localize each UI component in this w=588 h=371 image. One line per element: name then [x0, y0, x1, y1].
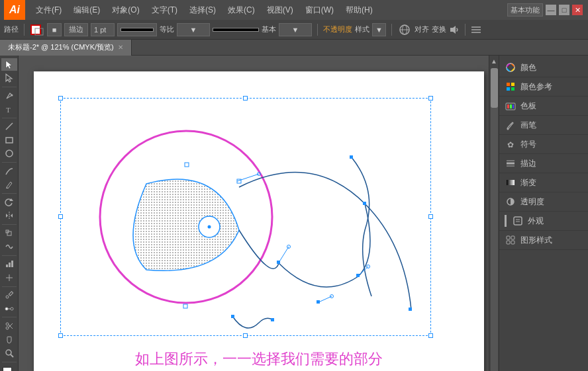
panel-color-ref[interactable]: 颜色参考: [499, 77, 588, 97]
svg-rect-67: [507, 104, 509, 108]
brush-tool[interactable]: [1, 165, 17, 177]
panel-symbol[interactable]: ✿ 符号: [499, 135, 588, 154]
svg-rect-82: [507, 241, 510, 244]
panel-color-label: 颜色: [520, 62, 536, 73]
scroll-thumb[interactable]: [491, 68, 498, 108]
tool-separator2: [2, 118, 17, 118]
direct-select-tool[interactable]: [1, 71, 17, 84]
type-tool[interactable]: T: [1, 103, 17, 115]
rotate-tool[interactable]: [1, 196, 17, 208]
panel-graphic-style[interactable]: 图形样式: [499, 231, 588, 250]
panel-gradient[interactable]: 渐变: [499, 173, 588, 192]
svg-point-26: [6, 296, 9, 298]
options-icon[interactable]: [471, 24, 481, 35]
svg-point-34: [6, 350, 11, 355]
svg-rect-77: [514, 217, 522, 225]
toolbar-sep4: [465, 24, 466, 36]
rect-tool[interactable]: [1, 134, 17, 146]
menu-view[interactable]: 视图(V): [262, 2, 299, 19]
tool-separator: [2, 87, 17, 87]
style-select[interactable]: ▼: [372, 23, 386, 36]
svg-rect-25: [9, 292, 13, 296]
menu-help[interactable]: 帮助(H): [340, 2, 378, 19]
ellipse-tool[interactable]: [1, 147, 17, 160]
close-button[interactable]: ✕: [572, 5, 583, 15]
menu-file[interactable]: 文件(F): [30, 2, 67, 19]
menu-select[interactable]: 选择(S): [184, 2, 221, 19]
tool-separator3: [2, 162, 17, 163]
transform-label[interactable]: 变换: [432, 24, 446, 34]
document-tab[interactable]: 未标题-2* @ 121% (CMYK/预览) ✕: [0, 40, 132, 56]
swatches-icon: [505, 100, 516, 112]
panel-brush-label: 画笔: [520, 120, 536, 131]
fill-stroke-colors[interactable]: [1, 366, 17, 371]
panel-swatches[interactable]: 色板: [499, 97, 588, 116]
globe-icon[interactable]: [397, 23, 412, 36]
vertical-scrollbar[interactable]: ▲ ▼: [489, 56, 499, 371]
workspace-button[interactable]: 基本功能: [507, 3, 543, 17]
base-select[interactable]: ▼: [279, 23, 312, 36]
graphic-style-icon: [505, 234, 516, 246]
scroll-up-btn[interactable]: ▲: [491, 56, 497, 67]
panel-opacity[interactable]: 透明度: [499, 192, 588, 212]
blend-label: 等比: [160, 24, 174, 34]
tab-label: 未标题-2* @ 121% (CMYK/预览): [8, 42, 114, 52]
menu-edit[interactable]: 编辑(E): [68, 2, 105, 19]
mesh-tool[interactable]: [1, 271, 17, 284]
speaker-icon[interactable]: [449, 24, 460, 35]
opacity-icon: [505, 196, 516, 208]
blend-select[interactable]: ▼: [177, 23, 210, 36]
menu-object[interactable]: 对象(O): [107, 2, 144, 19]
scissors-tool[interactable]: [1, 319, 17, 332]
warp-tool[interactable]: [1, 240, 17, 253]
stroke-color-icon[interactable]: [30, 23, 44, 36]
base-label: 基本: [262, 24, 276, 34]
reflect-tool[interactable]: [1, 209, 17, 222]
titlebar-right: 基本功能 — □ ✕: [507, 3, 588, 17]
tab-bar: 未标题-2* @ 121% (CMYK/预览) ✕: [0, 40, 588, 56]
svg-rect-75: [507, 180, 514, 185]
panel-appearance[interactable]: 外观: [499, 212, 588, 231]
svg-rect-50: [409, 308, 412, 311]
brush-icon: [505, 119, 516, 131]
panel-gradient-label: 渐变: [520, 177, 536, 188]
panel-opacity-label: 透明度: [520, 196, 544, 208]
toolbar-sep3: [391, 24, 392, 36]
stroke-dash-btn[interactable]: [117, 23, 157, 36]
line-tool[interactable]: [1, 120, 17, 133]
pencil-tool[interactable]: [1, 179, 17, 191]
color-icon: [505, 62, 516, 73]
menu-effect[interactable]: 效果(C): [222, 2, 260, 19]
pen-tool[interactable]: [1, 89, 17, 102]
tool-separator5: [2, 224, 17, 225]
panel-brush[interactable]: 画笔: [499, 116, 588, 135]
zoom-tool[interactable]: [1, 347, 17, 359]
panel-color[interactable]: 颜色: [499, 58, 588, 77]
tab-close-btn[interactable]: ✕: [118, 44, 123, 51]
panel-stroke[interactable]: 描边: [499, 154, 588, 173]
stroke-style-btn[interactable]: 描边: [64, 23, 88, 36]
svg-rect-49: [350, 155, 353, 159]
align-label[interactable]: 对齐: [415, 24, 429, 34]
scroll-track[interactable]: [491, 68, 498, 371]
blend-tool[interactable]: [1, 302, 17, 315]
svg-rect-64: [507, 87, 510, 91]
svg-rect-42: [185, 163, 189, 167]
column-graph-tool[interactable]: [1, 258, 17, 270]
style-label[interactable]: 样式: [355, 24, 369, 34]
maximize-button[interactable]: □: [559, 5, 569, 15]
right-panel: 颜色 颜色参考 色板 画笔 ✿ 符号: [499, 56, 588, 371]
svg-point-28: [11, 308, 13, 310]
hand-tool[interactable]: [1, 333, 17, 346]
opacity-label[interactable]: 不透明度: [323, 24, 352, 34]
svg-rect-24: [11, 261, 13, 267]
toolbar-sep2: [317, 24, 318, 36]
select-tool[interactable]: [1, 58, 17, 71]
menu-text[interactable]: 文字(T): [146, 2, 183, 19]
minimize-button[interactable]: —: [546, 5, 556, 15]
scale-tool[interactable]: [1, 227, 17, 239]
eyedropper-tool[interactable]: [1, 289, 17, 302]
shape-selector[interactable]: ■: [47, 23, 62, 36]
stroke-width-input[interactable]: [91, 23, 115, 36]
menu-window[interactable]: 窗口(W): [300, 2, 339, 19]
